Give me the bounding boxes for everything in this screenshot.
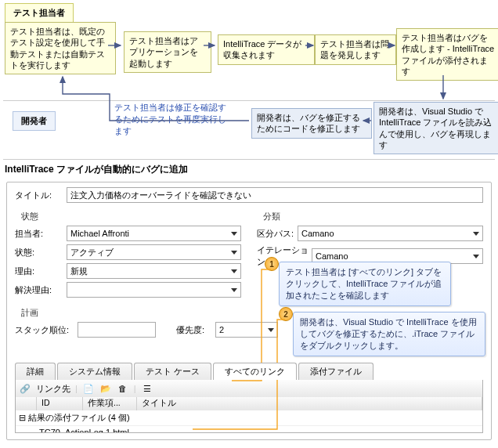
tab-system-info[interactable]: システム情報: [57, 363, 132, 380]
assigned-label: 担当者:: [15, 228, 67, 240]
title-input[interactable]: 注文入力価格のオーバーライドを確認できない: [67, 187, 483, 203]
grid-col-id[interactable]: ID: [37, 397, 83, 410]
linkto-label: リンク先: [36, 383, 70, 395]
columns-icon[interactable]: ☰: [141, 382, 153, 395]
grid-row-actionlog[interactable]: TC70_ActionLog.1.html: [16, 426, 482, 433]
delete-icon[interactable]: 🗑: [117, 382, 129, 395]
open-icon[interactable]: 📂: [99, 382, 112, 395]
priority-combo[interactable]: 2: [215, 322, 278, 338]
link-icon[interactable]: 🔗: [19, 382, 31, 395]
bug-form-panel: タイトル: 注文入力価格のオーバーライドを確認できない 状態 担当者: Mich…: [6, 182, 492, 440]
priority-label: 優先度:: [176, 324, 215, 336]
callout-2: 開発者は、Visual Studio で IntelliTrace を使用してバ…: [293, 312, 485, 356]
tab-test-case[interactable]: テスト ケース: [134, 363, 211, 380]
callout-1: テスト担当者は [すべてのリンク] タブをクリックして、IntelliTrace…: [279, 262, 451, 306]
divider-bottom: [3, 159, 495, 160]
tab-details[interactable]: 詳細: [15, 363, 56, 380]
links-toolbar: 🔗 リンク先 | 📄 📂 🗑 | ☰: [15, 380, 483, 398]
grid-header: ID 作業項... タイトル: [15, 397, 483, 411]
resolved-combo[interactable]: [67, 282, 241, 298]
reason-label: 理由:: [15, 266, 67, 277]
stack-input[interactable]: [78, 322, 156, 338]
resolved-label: 解決理由:: [15, 284, 67, 296]
section-title: IntelliTrace ファイルが自動的にバグに追加: [5, 163, 188, 176]
stack-label: スタック順位:: [15, 324, 78, 336]
new-icon[interactable]: 📄: [82, 382, 95, 395]
area-label: 区分パス:: [257, 228, 298, 240]
badge-1: 1: [265, 257, 279, 271]
status-combo[interactable]: アクティブ: [67, 244, 241, 260]
class-group-title: 分類: [257, 211, 483, 222]
grid-group-attachments[interactable]: ⊟ 結果の添付ファイル (4 個): [16, 410, 482, 426]
grid-col-title[interactable]: タイトル: [137, 397, 482, 410]
area-combo[interactable]: Camano: [298, 226, 483, 241]
flow-arrows: [0, 0, 498, 157]
links-tabstrip: 詳細 システム情報 テスト ケース すべてのリンク 添付ファイル: [15, 363, 483, 381]
state-group-title: 状態: [15, 211, 241, 222]
assigned-combo[interactable]: Michael Affronti: [67, 226, 241, 241]
reason-combo[interactable]: 新規: [67, 263, 241, 279]
badge-2: 2: [279, 307, 293, 321]
title-label: タイトル:: [15, 190, 67, 201]
tab-attachments[interactable]: 添付ファイル: [298, 363, 374, 380]
status-label: 状態:: [15, 247, 67, 258]
grid-body: ⊟ 結果の添付ファイル (4 個) TC70_ActionLog.1.html …: [15, 410, 483, 433]
grid-col-workitem[interactable]: 作業項...: [83, 397, 137, 410]
tab-all-links[interactable]: すべてのリンク: [213, 363, 297, 380]
